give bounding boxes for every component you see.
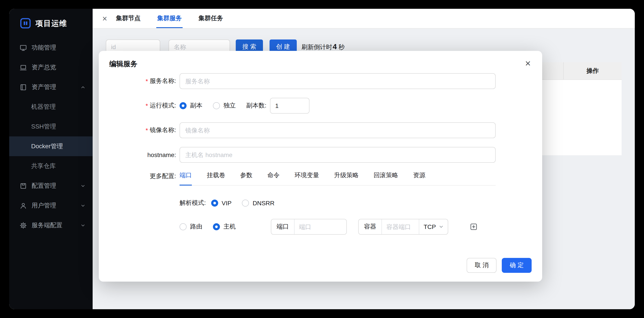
confirm-button[interactable]: 确 定: [502, 258, 532, 273]
service-name-label: * 服务名称:: [109, 77, 180, 85]
tab-cluster-nodes[interactable]: 集群节点: [116, 9, 140, 28]
service-name-row: * 服务名称:: [109, 73, 532, 89]
radio-checked-icon: [213, 223, 220, 230]
app-title: 项目运维: [36, 18, 67, 28]
radio-unchecked-icon: [213, 102, 220, 109]
book-icon: [20, 83, 27, 91]
sidebar-item-label: 服务端配置: [32, 221, 62, 229]
sidebar: 项目运维 功能管理 资产总览 资产管理 机器管理: [9, 9, 93, 309]
container-addon-label: 容器: [359, 219, 382, 234]
app-logo: 项目运维: [9, 16, 93, 35]
page-tabbar: × 集群节点 集群服务 集群任务: [93, 9, 635, 28]
sidebar-item-label: Docker管理: [31, 142, 63, 150]
modal-title: 编辑服务: [99, 51, 542, 69]
config-tab-env-vars[interactable]: 环境变量: [294, 172, 319, 185]
port-addon-label: 端口: [271, 219, 294, 234]
modal-close-icon[interactable]: ×: [525, 59, 531, 68]
image-name-input[interactable]: [180, 122, 496, 138]
laptop-icon: [20, 64, 27, 71]
required-asterisk: *: [146, 127, 148, 134]
label-text: hostname:: [147, 151, 176, 158]
required-asterisk: *: [146, 102, 148, 109]
radio-replica[interactable]: 副本: [180, 102, 202, 110]
refresh-countdown-prefix: 刷新倒计时: [302, 43, 332, 51]
config-tab-upgrade-policy[interactable]: 升级策略: [334, 172, 359, 185]
sidebar-item-label: 功能管理: [32, 44, 56, 51]
sidebar-item-shared-repo[interactable]: 共享仓库: [9, 156, 93, 176]
sidebar-item-label: 配置管理: [32, 182, 56, 190]
hostname-label: hostname:: [109, 151, 180, 158]
config-tab-rollback-policy[interactable]: 回滚策略: [374, 172, 398, 185]
tab-label: 集群服务: [157, 14, 182, 22]
app-logo-icon: [20, 17, 31, 29]
close-tab-icon[interactable]: ×: [102, 14, 107, 22]
config-tab-command[interactable]: 命令: [267, 172, 280, 185]
more-config-tabs: 端口 挂载卷 参数 命令 环境变量 升级策略 回滚策略 资源: [180, 172, 496, 186]
radio-checked-icon: [211, 200, 218, 207]
gear-icon: [20, 222, 27, 229]
modal-body: * 服务名称: * 运行模式: 副本 独立 副本数:: [99, 69, 542, 235]
sidebar-item-config-mgmt[interactable]: 配置管理: [9, 176, 93, 196]
chevron-up-icon: [80, 84, 86, 90]
radio-label: DNSRR: [253, 200, 274, 207]
tab-label: 集群任务: [198, 14, 223, 22]
radio-vip[interactable]: VIP: [211, 200, 232, 207]
sidebar-item-label: SSH管理: [31, 123, 56, 130]
container-port-input[interactable]: [382, 219, 419, 234]
config-tab-volumes[interactable]: 挂载卷: [207, 172, 225, 185]
radio-label: 独立: [224, 102, 236, 110]
label-text: 运行模式:: [150, 102, 176, 110]
monitor-icon: [20, 44, 27, 51]
radio-unchecked-icon: [242, 200, 249, 207]
resolve-mode-label: 解析模式:: [180, 199, 206, 207]
sidebar-menu: 功能管理 资产总览 资产管理 机器管理 SSH管理 D: [9, 38, 93, 235]
port-input-group: 端口: [271, 219, 347, 235]
label-text: 服务名称:: [150, 77, 176, 85]
add-port-button[interactable]: [470, 223, 477, 230]
sidebar-item-label: 共享仓库: [31, 162, 56, 170]
sidebar-item-label: 资产总览: [32, 63, 56, 71]
radio-route[interactable]: 路由: [180, 223, 202, 231]
radio-label: 路由: [190, 223, 202, 231]
sidebar-item-asset-overview[interactable]: 资产总览: [9, 57, 93, 77]
run-mode-row: * 运行模式: 副本 独立 副本数:: [109, 98, 532, 114]
sidebar-item-asset-mgmt[interactable]: 资产管理: [9, 77, 93, 97]
sidebar-item-user-mgmt[interactable]: 用户管理: [9, 196, 93, 215]
refresh-countdown: 刷新倒计时 4 秒: [302, 42, 345, 51]
tab-cluster-tasks[interactable]: 集群任务: [198, 9, 223, 28]
hostname-row: hostname:: [109, 147, 532, 163]
config-tab-port[interactable]: 端口: [180, 172, 192, 185]
more-config-row: 更多配置: 端口 挂载卷 参数 命令 环境变量 升级策略 回滚策略 资源: [109, 172, 532, 187]
chevron-down-icon: [80, 223, 86, 228]
radio-host[interactable]: 主机: [213, 223, 236, 231]
chevron-down-icon: [439, 225, 444, 229]
replica-count-label: 副本数:: [246, 102, 266, 110]
port-config-row: 路由 主机 端口 容器 TCP: [180, 219, 532, 235]
replica-count-input[interactable]: [270, 98, 310, 114]
hostname-input[interactable]: [180, 147, 496, 163]
radio-checked-icon: [180, 102, 186, 109]
tab-cluster-services[interactable]: 集群服务: [157, 9, 182, 28]
chevron-down-icon: [80, 183, 86, 188]
radio-label: 副本: [190, 102, 202, 110]
storage-icon: [20, 182, 27, 189]
radio-dnsrr[interactable]: DNSRR: [242, 200, 274, 207]
protocol-select[interactable]: TCP: [419, 219, 448, 234]
cancel-button[interactable]: 取 消: [467, 258, 496, 273]
sidebar-item-server-config[interactable]: 服务端配置: [9, 215, 93, 235]
sidebar-item-machine-mgmt[interactable]: 机器管理: [9, 97, 93, 117]
sidebar-item-ssh-mgmt[interactable]: SSH管理: [9, 117, 93, 136]
screenshot-stage: 项目运维 功能管理 资产总览 资产管理 机器管理: [0, 0, 644, 318]
user-icon: [20, 202, 27, 209]
config-tab-params[interactable]: 参数: [240, 172, 252, 185]
radio-standalone[interactable]: 独立: [213, 102, 236, 110]
image-name-row: * 镜像名称:: [109, 122, 532, 138]
sidebar-item-docker-mgmt[interactable]: Docker管理: [9, 136, 93, 156]
port-input[interactable]: [294, 219, 346, 234]
refresh-countdown-value: 4: [333, 42, 337, 51]
service-name-input[interactable]: [180, 73, 496, 89]
protocol-value: TCP: [424, 223, 436, 230]
config-tab-resources[interactable]: 资源: [413, 172, 426, 185]
sidebar-item-function-mgmt[interactable]: 功能管理: [9, 38, 93, 57]
sidebar-item-label: 用户管理: [32, 202, 56, 209]
